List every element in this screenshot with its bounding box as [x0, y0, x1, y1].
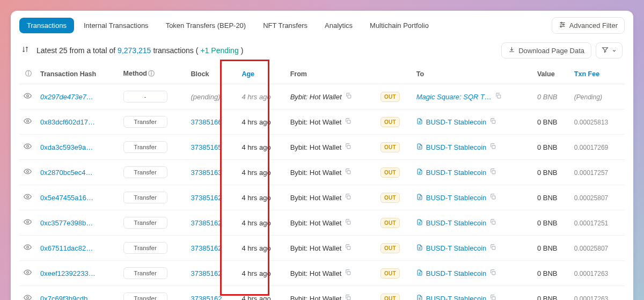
transaction-hash-link[interactable]: 0xeef12392233… — [40, 269, 96, 277]
to-address-link[interactable]: Magic Square: SQR T… — [416, 93, 492, 101]
download-page-data-button[interactable]: Download Page Data — [501, 42, 591, 58]
copy-icon[interactable] — [495, 92, 502, 101]
method-pill[interactable]: Transfer — [123, 116, 167, 128]
col-age[interactable]: Age — [237, 64, 286, 84]
to-address-link[interactable]: BUSD-T Stablecoin — [426, 194, 486, 202]
to-address-link[interactable]: BUSD-T Stablecoin — [426, 244, 486, 252]
copy-icon[interactable] — [345, 269, 352, 277]
view-details-icon[interactable] — [24, 168, 32, 177]
svg-point-4 — [562, 24, 564, 25]
sort-icon[interactable] — [21, 46, 29, 55]
copy-icon[interactable] — [345, 143, 352, 151]
from-address[interactable]: Bybit: Hot Wallet — [290, 295, 342, 301]
block-link[interactable]: 37385162 — [191, 194, 222, 202]
from-address[interactable]: Bybit: Hot Wallet — [290, 93, 342, 101]
view-details-icon[interactable] — [24, 294, 32, 300]
fee-text: 0.00025807 — [574, 245, 608, 252]
from-address[interactable]: Bybit: Hot Wallet — [290, 143, 342, 151]
age-text: 4 hrs ago — [241, 118, 270, 126]
tab-internal-transactions[interactable]: Internal Transactions — [76, 18, 156, 33]
copy-icon[interactable] — [489, 193, 496, 202]
transaction-hash-link[interactable]: 0x5e47455a16… — [40, 194, 93, 202]
block-link[interactable]: 37385162 — [191, 219, 222, 227]
copy-icon[interactable] — [489, 269, 496, 277]
view-details-icon[interactable] — [24, 118, 32, 127]
col-from: From — [286, 64, 376, 84]
pending-count[interactable]: +1 Pending — [200, 46, 238, 55]
transaction-hash-link[interactable]: 0x83dcf602d17… — [40, 118, 95, 126]
method-pill[interactable]: Transfer — [123, 192, 167, 203]
direction-badge: OUT — [380, 218, 400, 228]
copy-icon[interactable] — [345, 193, 352, 202]
copy-icon[interactable] — [489, 244, 496, 252]
copy-icon[interactable] — [345, 92, 352, 101]
copy-icon[interactable] — [489, 143, 496, 151]
svg-rect-14 — [492, 145, 495, 149]
transaction-hash-link[interactable]: 0xc3577e398b… — [40, 219, 93, 227]
copy-icon[interactable] — [489, 218, 496, 227]
view-details-icon[interactable] — [24, 244, 32, 253]
copy-icon[interactable] — [489, 294, 496, 300]
method-pill[interactable]: Transfer — [123, 141, 167, 153]
tab-transactions[interactable]: Transactions — [19, 18, 74, 33]
transaction-hash-link[interactable]: 0x2870bc5ec4… — [40, 169, 93, 177]
total-transactions-link[interactable]: 9,273,215 — [118, 46, 151, 55]
from-address[interactable]: Bybit: Hot Wallet — [290, 118, 342, 126]
copy-icon[interactable] — [345, 244, 352, 252]
view-details-icon[interactable] — [24, 269, 32, 278]
age-text: 4 hrs ago — [241, 219, 270, 227]
copy-icon[interactable] — [345, 118, 352, 126]
to-address-link[interactable]: BUSD-T Stablecoin — [426, 143, 486, 151]
view-details-icon[interactable] — [24, 143, 32, 152]
to-address-link[interactable]: BUSD-T Stablecoin — [426, 219, 486, 227]
block-link[interactable]: 37385166 — [191, 118, 222, 126]
block-link[interactable]: 37385165 — [191, 143, 222, 151]
view-details-icon[interactable] — [24, 193, 32, 202]
svg-point-9 — [27, 120, 29, 122]
filter-button[interactable] — [596, 42, 623, 58]
to-address-link[interactable]: BUSD-T Stablecoin — [426, 269, 486, 277]
fee-pending: (Pending) — [574, 93, 602, 101]
help-icon[interactable]: ⓘ — [25, 70, 32, 77]
copy-icon[interactable] — [489, 118, 496, 126]
from-address[interactable]: Bybit: Hot Wallet — [290, 269, 342, 277]
method-pill[interactable]: - — [123, 91, 167, 103]
transaction-hash-link[interactable]: 0xda3c593e9a… — [40, 143, 93, 151]
table-row: 0xc3577e398b…Transfer373851624 hrs agoBy… — [19, 210, 625, 236]
transaction-hash-link[interactable]: 0x297de473e7… — [40, 93, 93, 101]
block-link[interactable]: 37385162 — [191, 269, 222, 277]
copy-icon[interactable] — [345, 168, 352, 177]
method-pill[interactable]: Transfer — [123, 217, 167, 229]
tab-nft-transfers[interactable]: NFT Transfers — [255, 18, 315, 33]
block-link[interactable]: 37385162 — [191, 244, 222, 252]
transaction-hash-link[interactable]: 0x7c69f3b9cdb… — [40, 295, 94, 301]
to-address-link[interactable]: BUSD-T Stablecoin — [426, 169, 486, 177]
tab-multichain-portfolio[interactable]: Multichain Portfolio — [362, 18, 436, 33]
from-address[interactable]: Bybit: Hot Wallet — [290, 194, 342, 202]
tab-analytics[interactable]: Analytics — [317, 18, 360, 33]
method-pill[interactable]: Transfer — [123, 166, 167, 178]
view-details-icon[interactable] — [24, 92, 32, 101]
method-pill[interactable]: Transfer — [123, 242, 167, 254]
copy-icon[interactable] — [345, 218, 352, 227]
advanced-filter-button[interactable]: Advanced Filter — [552, 17, 625, 34]
block-link[interactable]: 37385162 — [191, 295, 222, 301]
from-address[interactable]: Bybit: Hot Wallet — [290, 219, 342, 227]
view-details-icon[interactable] — [24, 218, 32, 228]
method-pill[interactable]: Transfer — [123, 292, 167, 300]
to-address-link[interactable]: BUSD-T Stablecoin — [426, 295, 486, 301]
help-icon[interactable]: ⓘ — [148, 70, 155, 77]
from-address[interactable]: Bybit: Hot Wallet — [290, 244, 342, 252]
tab-token-transfers[interactable]: Token Transfers (BEP-20) — [158, 18, 254, 33]
transaction-hash-link[interactable]: 0x67511dac82… — [40, 244, 93, 252]
value-text: 0 BNB — [537, 169, 558, 177]
from-address[interactable]: Bybit: Hot Wallet — [290, 169, 342, 177]
block-link[interactable]: 37385163 — [191, 169, 222, 177]
method-pill[interactable]: Transfer — [123, 267, 167, 279]
svg-rect-31 — [347, 297, 350, 300]
to-address-link[interactable]: BUSD-T Stablecoin — [426, 118, 486, 126]
age-text: 4 hrs ago — [241, 93, 270, 101]
col-fee[interactable]: Txn Fee — [570, 64, 625, 84]
copy-icon[interactable] — [489, 168, 496, 177]
copy-icon[interactable] — [345, 294, 352, 300]
